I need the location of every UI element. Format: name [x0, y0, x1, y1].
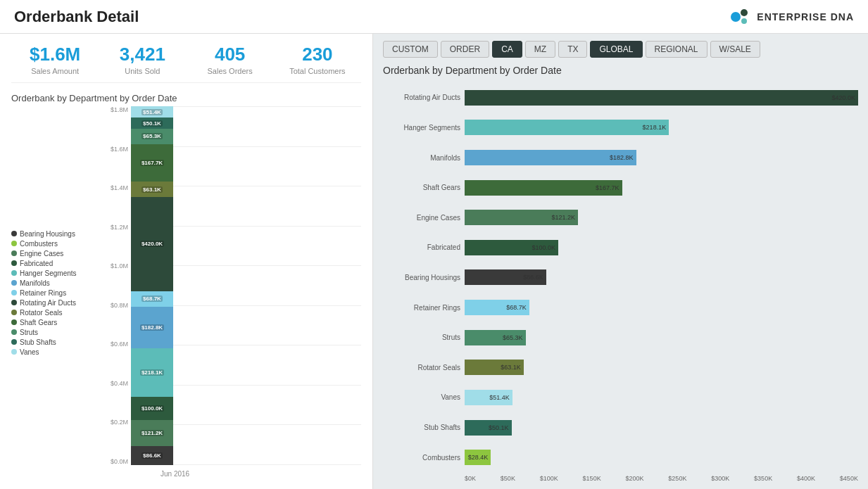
h-bar-fill: $63.1K	[465, 360, 524, 375]
legend-item: Shaft Gears	[11, 319, 96, 326]
h-bar-fill: $51.4K	[465, 390, 512, 405]
h-bar-fill: $182.8K	[465, 150, 636, 165]
legend-item: Retainer Rings	[11, 289, 96, 297]
kpi-customers-value: 230	[274, 44, 361, 65]
bar-segment-label: $50.1K	[141, 120, 163, 127]
y-axis-label: $1.8M	[111, 106, 128, 113]
bar-segment-label: $51.4K	[141, 109, 163, 115]
h-bar-label: Rotating Air Ducts	[383, 94, 460, 101]
filter-tab[interactable]: ORDER	[441, 41, 489, 58]
legend-label: Rotator Seals	[20, 309, 63, 317]
legend-dot	[11, 319, 17, 325]
left-bar-chart: $1.8M$1.6M$1.4M$1.2M$1.0M$0.8M$0.6M$0.4M…	[101, 106, 361, 479]
y-axis-label: $0.0M	[111, 458, 128, 465]
bar-segment: $182.8K	[131, 307, 173, 348]
h-bar-fill: $420.0K	[465, 90, 858, 106]
legend-label: Combusters	[20, 240, 58, 248]
h-bar-label: Manifolds	[383, 154, 460, 162]
legend-item: Manifolds	[11, 279, 96, 287]
legend-dot	[11, 310, 17, 315]
bar-segment-label: $121.2K	[140, 430, 164, 436]
h-bar-track: $121.2K	[465, 210, 858, 225]
h-bar-label: Bearing Housings	[383, 274, 460, 281]
y-axis-label: $0.4M	[111, 380, 128, 387]
h-bar-fill: $218.1K	[465, 120, 669, 135]
h-bar-fill: $28.4K	[465, 450, 491, 465]
kpi-orders-value: 405	[187, 44, 274, 65]
bar-segment: $420.0K	[131, 197, 173, 291]
legend-item: Vanes	[11, 348, 96, 356]
h-bar-value: $68.7K	[506, 304, 527, 311]
h-bar-fill: $121.2K	[465, 210, 578, 225]
h-bar-label: Vanes	[383, 393, 460, 401]
h-bar-row: Stub Shafts$50.1K	[383, 413, 858, 443]
h-bar-track: $420.0K	[465, 90, 858, 106]
h-bar-value: $86.6K	[523, 274, 543, 281]
x-axis-tick: $400K	[797, 475, 815, 482]
kpi-units-value: 3,421	[99, 44, 186, 65]
bar-segment: $86.6K	[131, 446, 173, 465]
h-bar-label: Engine Cases	[383, 214, 460, 222]
h-bar-row: Rotating Air Ducts$420.0K	[383, 83, 858, 113]
legend-dot	[11, 231, 17, 236]
page-title: Orderbank Detail	[14, 8, 139, 26]
h-bar-value: $65.3K	[503, 334, 523, 341]
y-axis-label: $0.6M	[111, 341, 128, 348]
kpi-units-label: Units Sold	[99, 67, 186, 75]
h-bar-track: $218.1K	[465, 120, 858, 135]
filter-tab[interactable]: TX	[558, 41, 587, 58]
h-bar-label: Shaft Gears	[383, 184, 460, 191]
filter-tab[interactable]: REGIONAL	[646, 41, 707, 58]
filter-tab[interactable]: W/SALE	[710, 41, 760, 58]
header: Orderbank Detail ENTERPRISE DNA	[0, 0, 868, 34]
h-bar-label: Struts	[383, 334, 460, 341]
h-bar-value: $218.1K	[643, 124, 667, 131]
filter-tab[interactable]: GLOBAL	[590, 41, 642, 58]
x-axis-tick: $50K	[501, 475, 515, 482]
h-bar-fill: $65.3K	[465, 330, 526, 345]
h-bar-fill: $167.7K	[465, 180, 622, 196]
x-axis-tick: $200K	[625, 475, 643, 482]
kpi-orders: 405 Sales Orders	[187, 44, 274, 75]
kpi-row: $1.6M Sales Amount 3,421 Units Sold 405 …	[11, 44, 361, 83]
legend-dot	[11, 339, 17, 345]
kpi-sales: $1.6M Sales Amount	[11, 44, 99, 75]
h-bar-label: Retainer Rings	[383, 304, 460, 312]
h-bar-row: Engine Cases$121.2K	[383, 203, 858, 232]
legend-item: Engine Cases	[11, 250, 96, 258]
h-bar-value: $50.1K	[489, 424, 509, 431]
svg-point-0	[731, 12, 741, 22]
h-bar-row: Bearing Housings$86.6K	[383, 263, 858, 293]
legend-dot	[11, 260, 17, 266]
filter-tab[interactable]: MZ	[525, 41, 555, 58]
h-bar-value: $28.4K	[468, 454, 489, 461]
h-bar-track: $65.3K	[465, 330, 858, 345]
h-bar-row: Fabricated$100.0K	[383, 233, 858, 262]
h-bar-value: $121.2K	[552, 214, 576, 221]
h-bar-fill: $100.0K	[465, 240, 558, 255]
h-bar-value: $182.8K	[610, 154, 634, 161]
filter-tabs: CUSTOMORDERCAMZTXGLOBALREGIONALW/SALE	[383, 41, 858, 58]
kpi-customers-label: Total Customers	[274, 67, 361, 75]
legend-item: Rotator Seals	[11, 309, 96, 317]
stacked-bar: $86.6K$121.2K$100.0K$218.1K$182.8K$68.7K…	[131, 106, 173, 465]
legend-label: Bearing Housings	[20, 230, 75, 238]
filter-tab[interactable]: CA	[492, 41, 522, 58]
h-bar-value: $100.0K	[532, 244, 556, 251]
horizontal-bar-chart: Rotating Air Ducts$420.0KHanger Segments…	[383, 83, 858, 472]
legend-item: Rotating Air Ducts	[11, 299, 96, 307]
x-axis-label: Jun 2016	[161, 470, 189, 478]
legend-item: Stub Shafts	[11, 338, 96, 346]
legend-label: Vanes	[20, 348, 39, 356]
legend-item: Struts	[11, 329, 96, 336]
h-bar-row: Manifolds$182.8K	[383, 143, 858, 172]
logo-text: ENTERPRISE DNA	[757, 11, 854, 23]
y-axis: $1.8M$1.6M$1.4M$1.2M$1.0M$0.8M$0.6M$0.4M…	[101, 106, 128, 465]
filter-tab[interactable]: CUSTOM	[383, 41, 438, 58]
legend-dot	[11, 250, 17, 256]
h-bar-fill: $68.7K	[465, 300, 529, 315]
legend-area: Bearing HousingsCombustersEngine CasesFa…	[11, 106, 96, 479]
h-bar-row: Hanger Segments$218.1K	[383, 113, 858, 143]
x-axis-bottom: $0K$50K$100K$150K$200K$250K$300K$350K$40…	[465, 475, 858, 482]
legend-label: Stub Shafts	[20, 338, 56, 346]
